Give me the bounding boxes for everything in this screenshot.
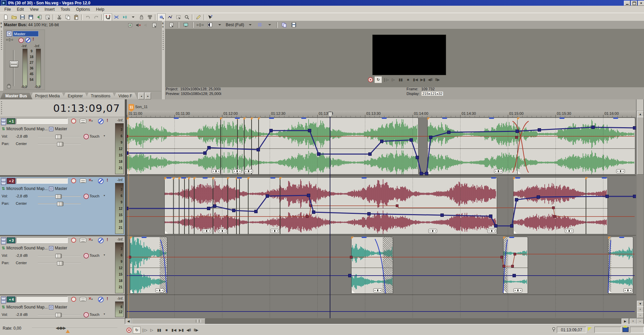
track-bus[interactable]: Master [55,127,67,131]
event-fade-in[interactable] [503,237,507,293]
vol-value[interactable]: -2,8 dB [16,194,28,198]
vol-slider[interactable] [38,315,81,315]
mute-icon[interactable]: ×▾ [89,237,93,242]
hscroll-thumb[interactable] [131,319,205,324]
time-ruler[interactable]: 01:11:0001:11:3001:12:0001:12:3001:13:00… [127,111,636,117]
io-routing-icon[interactable]: o-[]-o [6,38,13,41]
tab-video-f[interactable]: Video F [113,93,138,99]
event-fx-icon[interactable] [270,229,279,233]
undo-icon[interactable] [84,13,92,21]
previous-frame-icon[interactable]: ◀‖ [427,77,434,83]
event-fx-icon[interactable] [233,169,241,173]
audio-event[interactable] [517,117,635,175]
close-pane-icon[interactable]: x [162,21,164,25]
track-device[interactable]: Microsoft Sound Map... [6,246,48,250]
vol-slider[interactable] [38,136,81,137]
pan-slider-handle[interactable] [57,202,63,206]
edit-cursor-line[interactable] [330,111,330,318]
event-split[interactable] [586,178,586,234]
mute-output-icon[interactable] [136,22,141,29]
event-split[interactable] [194,178,195,234]
next-frame-icon[interactable]: ‖▶ [193,327,200,333]
marker-bar[interactable]: 11Son_11 [127,99,636,111]
video-output-fx-icon[interactable]: o-[]-o [196,21,204,29]
scroll-up-icon[interactable]: ▲ [637,111,644,117]
paint-tool-icon[interactable] [194,13,203,21]
preview-properties-icon[interactable] [167,21,175,29]
thumb-grip[interactable] [196,320,198,323]
solo-icon[interactable] [98,178,104,184]
stop-icon[interactable]: ■ [405,77,412,83]
event-fx-icon[interactable] [494,169,503,173]
zoom-out-track-icon[interactable]: − [637,312,644,318]
event-split[interactable] [258,118,259,174]
auto-crossfades-icon[interactable] [112,13,120,21]
selection-edit-tool-icon[interactable] [174,13,182,21]
lock-icon[interactable] [7,85,11,88]
automation-gear-icon[interactable] [84,312,89,318]
import-media-icon[interactable] [35,13,43,21]
bus-assign-icon[interactable] [49,127,53,131]
automation-mode[interactable]: Touch [90,134,99,138]
track-header-1[interactable]: ◄1×▾!-Inf.⇅Microsoft Sound Map...MasterV… [0,117,125,176]
track-name-field[interactable] [16,118,68,124]
play-from-start-icon[interactable]: ❘▷ [382,77,389,83]
pan-slider[interactable] [38,263,81,264]
stop-icon[interactable]: ■ [163,327,170,333]
record-icon[interactable] [367,77,374,83]
event-fade-out[interactable] [383,237,393,293]
bus-assign-icon[interactable] [49,305,53,309]
event-split[interactable] [248,178,249,234]
track-restore-icon[interactable] [1,300,6,303]
tab-transitions[interactable]: Transitions [86,93,116,99]
vol-slider-handle[interactable] [55,254,62,258]
menu-view[interactable]: View [27,6,42,13]
tab-scroll-left-icon[interactable]: ◂ [138,93,144,99]
event-fx-icon[interactable] [244,169,253,173]
record-arm-icon[interactable] [71,297,76,302]
pan-slider[interactable] [38,144,81,144]
automation-mode[interactable]: Touch [90,194,99,198]
next-frame-icon[interactable]: ‖▶ [434,77,441,83]
close-pane-icon[interactable]: x [0,21,2,25]
bus-assign-icon[interactable] [49,187,53,191]
caret-down-icon[interactable] [129,13,137,21]
loop-playback-icon[interactable]: ↻ [374,76,382,83]
event-fade-out[interactable] [160,237,167,293]
track-row-4[interactable] [127,295,636,319]
menu-tools[interactable]: Tools [58,6,73,13]
bus-button-icon[interactable] [6,31,12,37]
audio-event[interactable] [351,237,393,294]
caret-down-icon[interactable] [266,21,274,29]
vscroll-thumb[interactable] [637,117,644,175]
envelope-edit-tool-icon[interactable] [166,13,174,21]
phase-icon[interactable]: ! [107,178,108,183]
event-fade-in[interactable] [608,237,611,293]
record-arm-icon[interactable] [71,178,76,183]
pan-value[interactable]: Center [16,142,27,146]
track-restore-icon[interactable] [1,181,6,185]
track-name-field[interactable] [16,237,68,243]
track-device[interactable]: Microsoft Sound Map... [6,186,48,191]
pause-icon[interactable]: ▮▮ [397,77,404,83]
event-fade-corner[interactable] [518,171,521,174]
track-row-1[interactable] [127,117,636,176]
go-to-start-icon[interactable]: ▮◀ [170,327,177,333]
event-split[interactable] [220,118,221,174]
automation-mode[interactable]: Touch [90,253,99,257]
track-bus[interactable]: Master [55,186,67,191]
grid-overlay-icon[interactable] [256,21,264,29]
event-fx-icon[interactable] [212,169,220,173]
event-split[interactable] [184,178,185,234]
audio-event[interactable] [164,177,497,234]
go-to-start-icon[interactable]: ▮◀ [412,77,419,83]
audio-event[interactable] [127,117,419,175]
event-split[interactable] [237,118,238,174]
play-icon[interactable]: ▷ [390,77,397,83]
event-split[interactable] [173,178,174,234]
save-snapshot-icon[interactable] [290,21,298,29]
event-split[interactable] [236,178,237,234]
vol-slider-handle[interactable] [55,135,62,139]
maximize-icon[interactable] [631,1,637,6]
pan-value[interactable]: Center [16,261,27,265]
